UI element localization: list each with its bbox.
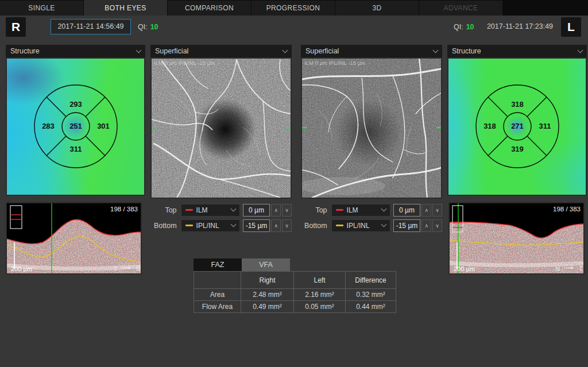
ilm-color-swatch-icon [336,209,343,211]
chevron-up-icon: ∧ [274,207,278,213]
right-eye-indicator: R [6,17,26,37]
etdrs-value-superior: 293 [69,100,82,109]
tab-vfa[interactable]: VFA [242,258,290,271]
right-angiography-image[interactable]: ILM 0 µm IPL/INL -15 µm [150,57,292,199]
left-top-layer-select[interactable]: ILM [331,204,390,217]
scan-marker-left-icon [152,127,156,128]
etdrs-value-superior: 318 [511,100,524,109]
chevron-down-icon: ∨ [285,207,289,213]
scan-marker-left-icon [302,127,307,128]
chevron-down-icon [136,47,142,53]
left-structure-dropdown[interactable]: Structure [447,45,587,57]
right-top-offset-up-button[interactable]: ∧ [271,204,281,217]
right-top-offset-down-button[interactable]: ∨ [282,204,292,217]
orientation-left-label: T [113,265,117,272]
tab-comparison[interactable]: COMPARISON [168,1,251,16]
left-bottom-layer-value: IPL/INL [347,222,378,230]
etdrs-value-inferior: 319 [511,145,524,153]
flow-area-left-value: 0.05 mm² [294,301,346,313]
left-bscan-canvas: 198 / 383 200 µm N T [450,203,583,273]
faz-vfa-tabs: FAZ VFA [194,258,396,271]
left-top-layer-value: ILM [347,206,378,214]
left-bottom-offset-input[interactable]: -15 µm [393,219,421,232]
top-layer-label: Top [150,206,177,214]
right-bottom-offset-up-button[interactable]: ∧ [271,219,281,232]
tab-faz[interactable]: FAZ [194,258,242,271]
faz-metrics-panel: FAZ VFA Right Left Difference Area 2.48 … [194,258,396,313]
area-difference-value: 0.32 mm² [346,289,396,301]
chevron-up-icon: ∧ [424,223,428,229]
tab-progression[interactable]: PROGRESSION [252,1,335,16]
right-bscan-image[interactable]: 198 / 383 200 µm T N [6,202,142,275]
right-etdrs-grid: 293 283 251 301 311 [7,59,144,195]
flow-area-right-value: 0.49 mm² [241,301,294,313]
left-exam-date[interactable]: 2017-11-21 17:23:49 [484,19,556,34]
right-thickness-map[interactable]: 293 283 251 301 311 [6,57,145,196]
right-top-layer-select[interactable]: ILM [181,204,240,217]
right-bottom-offset-input[interactable]: -15 µm [243,219,270,232]
left-thickness-map[interactable]: 318 318 271 311 319 [447,57,587,196]
column-header-right: Right [241,272,294,289]
etdrs-value-temporal: 318 [483,122,496,130]
left-top-offset-input[interactable]: 0 µm [393,204,421,217]
left-qi: QI: 10 [454,19,474,34]
right-qi-value: 10 [150,23,158,31]
right-angio-layer-label: Superficial [155,47,188,55]
chevron-down-icon [381,206,386,212]
right-bottom-layer-value: IPL/INL [196,222,228,230]
right-angio-canvas [152,59,291,198]
etdrs-value-center: 271 [511,122,524,130]
etdrs-value-nasal: 311 [539,122,551,130]
bottom-layer-label: Bottom [301,222,327,230]
iplinl-color-swatch-icon [336,225,343,226]
table-corner-cell [194,272,241,289]
scale-bar-label: 200 µm [454,265,475,272]
left-bottom-offset-down-button[interactable]: ∨ [432,219,442,232]
chevron-down-icon: ∨ [435,207,439,213]
left-angiography-image[interactable]: ILM 0 µm IPL/INL -15 µm [301,57,442,199]
left-top-offset-up-button[interactable]: ∧ [421,204,431,217]
chevron-down-icon [433,47,439,53]
app-window: SINGLE BOTH EYES COMPARISON PROGRESSION … [0,0,588,367]
right-structure-dropdown[interactable]: Structure [6,45,145,57]
left-qi-label: QI: [454,23,463,31]
tab-single[interactable]: SINGLE [0,1,83,16]
chevron-down-icon [230,206,236,212]
etdrs-value-temporal: 301 [97,122,110,130]
left-angio-layer-label: Superficial [305,47,339,55]
right-bottom-layer-select[interactable]: IPL/INL [181,219,240,232]
etdrs-value-nasal: 283 [42,122,55,130]
scale-bar-label: 200 µm [11,265,32,272]
left-eye-indicator: L [561,17,581,37]
chevron-down-icon [578,47,583,53]
left-bottom-layer-select[interactable]: IPL/INL [331,219,390,232]
right-bottom-offset-down-button[interactable]: ∨ [282,219,292,232]
chevron-down-icon [230,222,236,227]
chevron-down-icon: ∨ [285,223,289,229]
left-angio-layer-dropdown[interactable]: Superficial [301,45,442,57]
right-structure-dropdown-label: Structure [10,47,40,55]
orientation-right-label: T [579,265,583,272]
right-qi: QI: 10 [138,19,158,34]
column-header-difference: Difference [346,272,396,289]
ilm-color-swatch-icon [185,209,193,211]
left-angio-canvas [302,59,441,198]
iplinl-color-swatch-icon [185,225,193,226]
area-left-value: 2.16 mm² [294,289,346,301]
tab-both-eyes[interactable]: BOTH EYES [84,0,167,16]
orientation-left-label: N [555,265,560,272]
main-tabbar: SINGLE BOTH EYES COMPARISON PROGRESSION … [0,0,588,16]
left-structure-dropdown-label: Structure [452,47,481,55]
column-header-left: Left [294,272,346,289]
right-top-offset-input[interactable]: 0 µm [243,204,270,217]
right-angio-layer-dropdown[interactable]: Superficial [150,45,292,57]
tab-3d[interactable]: 3D [335,1,419,16]
left-bottom-offset-up-button[interactable]: ∧ [421,219,431,232]
left-top-offset-down-button[interactable]: ∨ [432,204,442,217]
scan-marker-right-icon [286,127,291,128]
chevron-down-icon [381,222,386,227]
right-exam-date[interactable]: 2017-11-21 14:56:49 [51,19,131,34]
left-angio-slab-overlay: ILM 0 µm IPL/INL -15 µm [304,60,365,66]
right-top-layer-value: ILM [196,206,228,214]
left-bscan-image[interactable]: 198 / 383 200 µm N T [448,202,585,275]
